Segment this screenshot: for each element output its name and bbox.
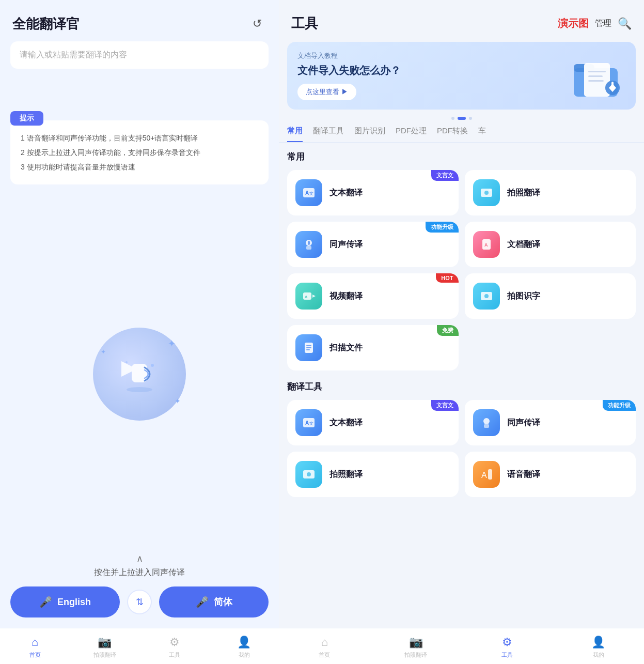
- left-bottom-nav: ⌂ 首页 📷 拍照翻译 ⚙ 工具 👤 我的: [0, 628, 279, 664]
- video-translate-icon: A: [295, 283, 322, 310]
- content-area: 常用 A文 文本翻译 文言文 拍照翻译: [279, 143, 644, 628]
- empty-card: [465, 325, 636, 370]
- tool2-text-translate-badge: 文言文: [431, 400, 459, 411]
- user-icon: 👤: [237, 636, 251, 649]
- tool2-text-translate[interactable]: A文 文本翻译 文言文: [287, 400, 459, 445]
- svg-text:A: A: [305, 295, 308, 299]
- svg-text:A: A: [305, 420, 309, 426]
- tool-video-translate-label: 视频翻译: [329, 291, 363, 302]
- tool2-voice-translate-label: 语音翻译: [507, 469, 540, 480]
- tool2-photo-translate[interactable]: 拍照翻译: [287, 452, 459, 497]
- tool2-photo-translate-icon: [295, 461, 322, 488]
- tool2-simultaneous[interactable]: 同声传译 功能升级: [465, 400, 636, 445]
- right-tools-icon: ⚙: [502, 636, 512, 649]
- left-title: 全能翻译官: [12, 15, 80, 33]
- lang-left-label: English: [57, 597, 91, 608]
- manage-button[interactable]: 管理: [595, 18, 611, 29]
- tool-photo-translate-label: 拍照翻译: [507, 188, 540, 198]
- tool2-text-translate-icon: A文: [295, 409, 322, 436]
- tips-container: 提示 1 语音翻译和同声传译功能，目前支持50+语言实时翻译 2 按提示上拉进入…: [10, 120, 269, 184]
- left-header: 全能翻译官 ↺: [0, 0, 279, 41]
- tool-doc-translate-label: 文档翻译: [507, 239, 540, 250]
- mic-right-icon: 🎤: [196, 596, 209, 608]
- lang-left-button[interactable]: 🎤 English: [10, 586, 120, 617]
- svg-rect-33: [306, 349, 310, 350]
- right-camera-icon: 📷: [409, 636, 423, 649]
- right-nav-photo-label: 拍照翻译: [404, 651, 427, 659]
- tool-scan-file[interactable]: 扫描文件 免费: [287, 325, 459, 370]
- svg-rect-31: [306, 345, 311, 346]
- left-nav-photo[interactable]: 📷 拍照翻译: [70, 634, 139, 661]
- swap-button[interactable]: ⇅: [127, 590, 152, 614]
- tool2-simultaneous-label: 同声传译: [507, 418, 540, 428]
- svg-point-40: [307, 472, 311, 476]
- tool2-photo-translate-label: 拍照翻译: [329, 469, 363, 480]
- right-panel: 工具 演示图 管理 🔍 文档导入教程 文件导入失败怎么办？ 点这里查看 ▶: [279, 0, 644, 664]
- right-nav-tools[interactable]: ⚙ 工具: [462, 634, 553, 661]
- svg-point-37: [483, 418, 490, 424]
- tab-car[interactable]: 车: [478, 126, 486, 142]
- dot-2: [458, 117, 466, 120]
- svg-point-4: [125, 361, 128, 363]
- left-nav-tools[interactable]: ⚙ 工具: [139, 634, 209, 661]
- banner[interactable]: 文档导入教程 文件导入失败怎么办？ 点这里查看 ▶: [287, 42, 636, 110]
- svg-text:文: 文: [309, 421, 313, 426]
- photo-translate-icon: [473, 179, 500, 206]
- left-panel: 全能翻译官 ↺ 请输入或粘贴需要翻译的内容 提示 1 语音翻译和同声传译功能，目…: [0, 0, 279, 664]
- tool-simultaneous[interactable]: 同声传译 功能升级: [287, 222, 459, 267]
- tip-line-2: 2 按提示上拉进入同声传译功能，支持同步保存录音文件: [21, 145, 258, 160]
- tips-badge: 提示: [10, 111, 43, 126]
- svg-text:A: A: [305, 190, 309, 196]
- tool2-voice-translate[interactable]: A 语音翻译: [465, 452, 636, 497]
- tips-box: 1 语音翻译和同声传译功能，目前支持50+语言实时翻译 2 按提示上拉进入同声传…: [10, 120, 269, 184]
- right-nav-home[interactable]: ⌂ 首页: [279, 634, 370, 661]
- banner-image: [569, 53, 625, 99]
- mic-left-icon: 🎤: [39, 596, 52, 608]
- svg-point-29: [484, 294, 489, 298]
- tool-simultaneous-badge: 功能升级: [426, 222, 459, 233]
- tool-text-translate-label: 文本翻译: [329, 188, 363, 198]
- section1-title: 常用: [287, 151, 636, 163]
- push-hint: ∧ 按住并上拉进入同声传译: [0, 553, 279, 578]
- svg-rect-10: [588, 80, 604, 82]
- tool-photo-translate[interactable]: 拍照翻译: [465, 170, 636, 215]
- dot-3: [469, 117, 472, 120]
- search-icon[interactable]: 🔍: [618, 17, 632, 30]
- tab-translation-tools[interactable]: 翻译工具: [313, 126, 344, 142]
- right-bottom-nav: ⌂ 首页 📷 拍照翻译 ⚙ 工具 👤 我的: [279, 628, 644, 664]
- left-nav-my-label: 我的: [239, 651, 250, 659]
- tab-common[interactable]: 常用: [287, 126, 303, 142]
- tab-ocr[interactable]: 图片识别: [354, 126, 385, 142]
- tab-pdf-convert[interactable]: PDF转换: [437, 126, 468, 142]
- svg-text:A: A: [481, 471, 487, 480]
- banner-subtitle: 文档导入教程: [297, 51, 569, 60]
- left-nav-my[interactable]: 👤 我的: [209, 634, 279, 661]
- tool-video-translate[interactable]: A 视频翻译 HOT: [287, 273, 459, 319]
- sparkle-1: ✦: [168, 338, 176, 349]
- text-translate-icon: A文: [295, 179, 322, 206]
- right-nav-my[interactable]: 👤 我的: [553, 634, 644, 661]
- tab-pdf-process[interactable]: PDF处理: [396, 126, 427, 142]
- tool-ocr[interactable]: 拍图识字: [465, 273, 636, 319]
- banner-button[interactable]: 点这里查看 ▶: [297, 84, 356, 100]
- search-input[interactable]: 请输入或粘贴需要翻译的内容: [10, 41, 269, 69]
- tool-text-translate[interactable]: A文 文本翻译 文言文: [287, 170, 459, 215]
- left-nav-home[interactable]: ⌂ 首页: [0, 634, 70, 661]
- tip-line-1: 1 语音翻译和同声传译功能，目前支持50+语言实时翻译: [21, 131, 258, 145]
- mic-illustration: ✦ ✦ ✦: [0, 195, 279, 553]
- home-icon: ⌂: [32, 636, 38, 649]
- banner-content: 文档导入教程 文件导入失败怎么办？ 点这里查看 ▶: [297, 51, 569, 100]
- right-title: 工具: [291, 14, 318, 33]
- tool-video-translate-badge: HOT: [436, 273, 458, 283]
- left-nav-photo-label: 拍照翻译: [93, 651, 116, 659]
- tool-text-translate-badge: 文言文: [431, 170, 459, 181]
- tool2-text-translate-label: 文本翻译: [329, 418, 363, 428]
- lang-right-button[interactable]: 🎤 简体: [159, 586, 269, 617]
- svg-marker-2: [121, 361, 132, 377]
- left-nav-home-label: 首页: [29, 651, 41, 659]
- tool-doc-translate[interactable]: A 文档翻译: [465, 222, 636, 267]
- dot-1: [451, 117, 454, 120]
- svg-rect-13: [611, 82, 614, 86]
- right-nav-photo[interactable]: 📷 拍照翻译: [370, 634, 462, 661]
- history-icon[interactable]: ↺: [248, 14, 266, 33]
